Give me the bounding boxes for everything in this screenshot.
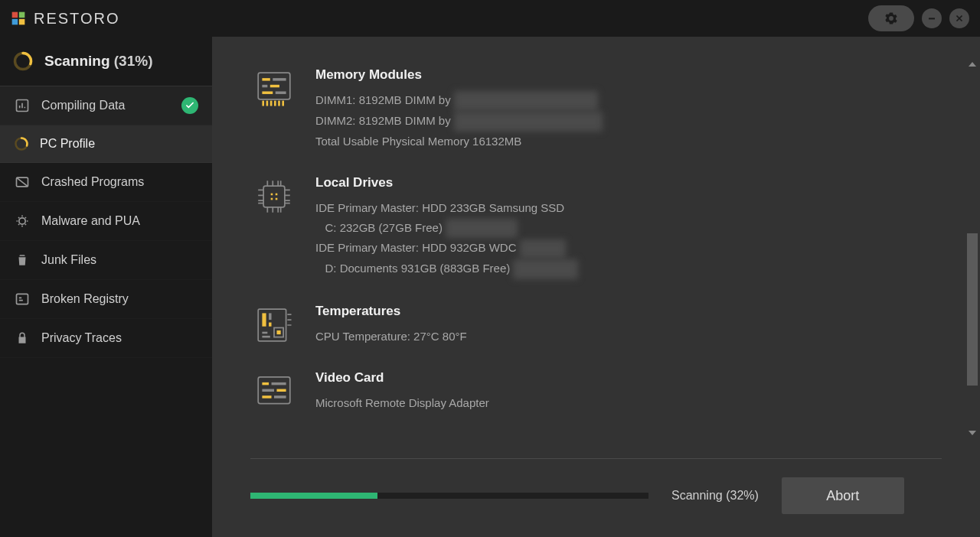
- memory-icon: [254, 69, 294, 109]
- svg-rect-1: [19, 12, 25, 18]
- close-button[interactable]: [949, 8, 969, 28]
- drive-line4: D: Documents 931GB (883GB Free) X XXXXXX…: [315, 259, 942, 279]
- sidebar-item-label: Broken Registry: [41, 292, 129, 306]
- sidebar-item-junk-files[interactable]: Junk Files: [0, 241, 212, 280]
- sidebar-item-pc-profile[interactable]: PC Profile: [0, 125, 212, 163]
- cpu-chip-icon: [254, 177, 294, 216]
- sidebar-item-label: Privacy Traces: [41, 331, 122, 345]
- sidebar-item-label: Malware and PUA: [41, 214, 140, 228]
- minimize-icon: [926, 12, 938, 24]
- sidebar-item-privacy-traces[interactable]: Privacy Traces: [0, 319, 212, 358]
- logo: RESTORO: [11, 10, 120, 28]
- scroll-down-icon[interactable]: [967, 427, 978, 439]
- registry-icon: [14, 291, 31, 308]
- settings-button[interactable]: [868, 5, 914, 31]
- svg-rect-15: [270, 85, 279, 87]
- svg-rect-40: [262, 389, 274, 392]
- svg-rect-38: [262, 382, 269, 385]
- memory-total: Total Usable Physical Memory 16132MB: [315, 132, 942, 151]
- svg-rect-3: [19, 19, 25, 25]
- app-logo-icon: [11, 11, 26, 26]
- minimize-button[interactable]: [922, 8, 942, 28]
- chart-icon: [14, 97, 31, 114]
- sidebar: Scanning (31%) Compiling Data PC Profil: [0, 37, 212, 537]
- svg-rect-17: [276, 91, 286, 93]
- svg-rect-10: [17, 294, 28, 304]
- drive-line2: C: 232GB (27GB Free) XX XXXXXXX: [315, 218, 942, 239]
- svg-rect-32: [269, 322, 271, 326]
- sidebar-item-label: Compiling Data: [41, 99, 125, 112]
- svg-rect-35: [262, 332, 267, 334]
- video-adapter: Microsoft Remote Display Adapter: [315, 393, 942, 413]
- svg-rect-2: [12, 19, 18, 25]
- svg-rect-22: [278, 101, 280, 106]
- svg-rect-0: [12, 12, 18, 18]
- lock-icon: [14, 330, 31, 347]
- progress-bar: [250, 493, 648, 499]
- svg-rect-4: [929, 18, 935, 19]
- window-crash-icon: [14, 174, 31, 190]
- svg-rect-20: [270, 101, 273, 106]
- svg-rect-41: [276, 389, 286, 392]
- svg-rect-27: [271, 198, 273, 200]
- sidebar-item-label: Junk Files: [41, 253, 96, 267]
- svg-rect-43: [274, 396, 286, 399]
- svg-rect-25: [271, 194, 273, 196]
- svg-rect-36: [262, 336, 270, 338]
- svg-rect-30: [262, 313, 266, 326]
- video-section: Video Card Microsoft Remote Display Adap…: [254, 370, 942, 413]
- svg-rect-16: [262, 91, 273, 93]
- svg-rect-42: [262, 396, 271, 399]
- memory-title: Memory Modules: [315, 67, 942, 83]
- video-title: Video Card: [315, 370, 942, 386]
- abort-button[interactable]: Abort: [782, 477, 904, 514]
- scan-header-label: Scanning (31%): [44, 53, 152, 70]
- bug-icon: [14, 213, 31, 229]
- sidebar-item-compiling-data[interactable]: Compiling Data: [0, 86, 212, 125]
- sidebar-item-label: PC Profile: [40, 137, 95, 151]
- sidebar-item-malware[interactable]: Malware and PUA: [0, 202, 212, 241]
- drives-title: Local Drives: [315, 175, 942, 190]
- svg-rect-26: [276, 194, 278, 196]
- main-panel: Memory Modules DIMM1: 8192MB DIMM by XXX…: [212, 37, 980, 537]
- spinner-icon: [12, 50, 34, 72]
- svg-rect-18: [262, 101, 264, 106]
- footer-status-text: Scanning (32%): [671, 489, 759, 503]
- trash-icon: [14, 252, 31, 268]
- svg-rect-14: [262, 85, 267, 87]
- spinner-icon: [14, 136, 29, 151]
- close-icon: [954, 13, 965, 24]
- sidebar-item-label: Crashed Programs: [41, 175, 144, 189]
- memory-dimm2: DIMM2: 8192MB DIMM by XXXXXXXXXX XXXXXXX…: [315, 111, 942, 132]
- drives-section: Local Drives IDE Primary Master: HDD 233…: [254, 175, 942, 279]
- temp-title: Temperatures: [315, 304, 942, 319]
- memory-dimm1: DIMM1: 8192MB DIMM by XXXXXXXXXX XX XXXX…: [315, 90, 942, 111]
- titlebar: RESTORO: [0, 0, 980, 37]
- sidebar-item-broken-registry[interactable]: Broken Registry: [0, 280, 212, 319]
- sidebar-item-crashed-programs[interactable]: Crashed Programs: [0, 163, 212, 202]
- svg-rect-39: [272, 382, 286, 385]
- memory-section: Memory Modules DIMM1: 8192MB DIMM by XXX…: [254, 67, 942, 151]
- progress-fill: [250, 493, 377, 499]
- temperatures-section: Temperatures CPU Temperature: 27°C 80°F: [254, 304, 942, 347]
- window-controls: [868, 5, 969, 31]
- svg-rect-24: [263, 186, 285, 207]
- app-name: RESTORO: [34, 10, 120, 28]
- check-icon: [181, 97, 198, 114]
- svg-rect-21: [274, 101, 276, 106]
- svg-point-9: [19, 218, 25, 224]
- gpu-icon: [254, 372, 294, 412]
- svg-rect-28: [276, 198, 278, 200]
- svg-rect-34: [276, 330, 280, 334]
- scrollbar-thumb[interactable]: [967, 233, 978, 386]
- svg-rect-31: [269, 313, 271, 320]
- drive-line1: IDE Primary Master: HDD 233GB Samsung SS…: [315, 198, 942, 218]
- gear-icon: [884, 11, 899, 26]
- scroll-up-icon[interactable]: [967, 58, 978, 70]
- scroll-content: Memory Modules DIMM1: 8192MB DIMM by XXX…: [212, 37, 980, 449]
- vertical-scrollbar[interactable]: [967, 58, 978, 439]
- scan-status-header: Scanning (31%): [0, 37, 212, 86]
- footer: Scanning (32%) Abort: [212, 459, 980, 537]
- svg-rect-19: [266, 101, 269, 106]
- cpu-temp: CPU Temperature: 27°C 80°F: [315, 327, 942, 347]
